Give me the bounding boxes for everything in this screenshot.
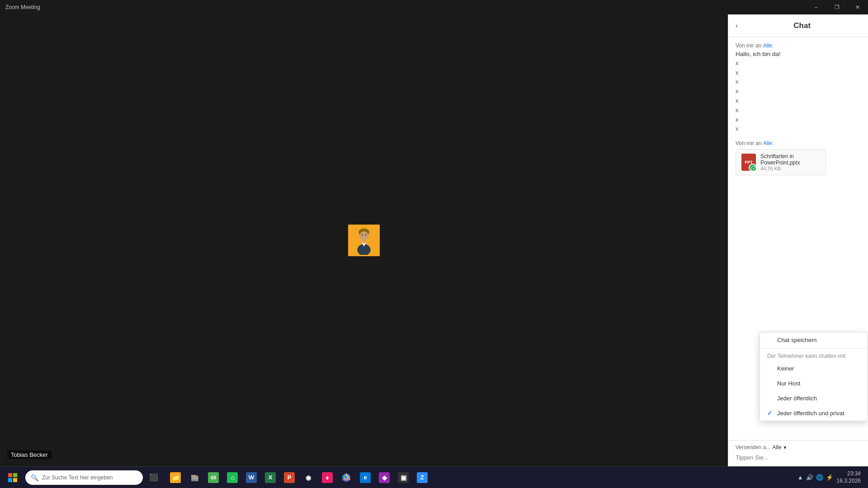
message-sender-1: Von mir an Alle:: [736, 42, 861, 49]
chrome-icon: [341, 472, 352, 483]
menu-item-jeder-oeffentlich-privat[interactable]: ✓ Jeder öffentlich und privat: [760, 406, 868, 421]
store-icon: 🏬: [189, 472, 200, 483]
taskbar-app-excel[interactable]: X: [261, 469, 279, 487]
taskbar-app-misc2[interactable]: ♦: [318, 469, 336, 487]
system-tray: ▲ 🔊 🌐 ⚡: [797, 474, 833, 481]
menu-label-jeder-oeffentlich-privat: Jeder öffentlich und privat: [777, 410, 844, 417]
sender-name-2: Alle:: [763, 140, 774, 146]
menu-label-keiner: Keiner: [777, 365, 794, 372]
restore-button[interactable]: ❐: [826, 0, 847, 14]
menu-item-jeder-oeffentlich[interactable]: Jeder öffentlich: [760, 391, 868, 406]
svg-rect-13: [8, 478, 12, 482]
checkmark-jeder-oeffentlich-privat: ✓: [767, 410, 774, 417]
svg-rect-11: [8, 473, 12, 477]
menu-label-nur-host: Nur Host: [777, 380, 800, 387]
clock-date: 16.3.2026: [837, 478, 861, 485]
taskbar-app-zoom[interactable]: Z: [413, 469, 431, 487]
menu-item-nur-host[interactable]: Nur Host: [760, 376, 868, 391]
misc1-icon: ◉: [303, 472, 314, 483]
message-group-2: Von mir an Alle: PPT ✓ Schriftarten in P…: [736, 140, 861, 175]
close-button[interactable]: ✕: [847, 0, 868, 14]
file-size: 44,76 KB: [760, 166, 820, 171]
app69-icon: 69: [208, 472, 219, 483]
taskbar-search-icon: 🔍: [31, 474, 38, 481]
taskbar-app-edge[interactable]: e: [356, 469, 374, 487]
svg-rect-12: [13, 473, 17, 477]
explorer-icon: 📁: [170, 472, 181, 483]
message-sender-2: Von mir an Alle:: [736, 140, 861, 146]
menu-label-save-chat: Chat speichern: [777, 337, 816, 343]
svg-point-8: [360, 231, 368, 240]
chat-back-button[interactable]: ‹: [736, 22, 738, 30]
misc2-icon: ♦: [322, 472, 333, 483]
svg-point-9: [362, 235, 363, 236]
send-to-chevron-icon: ▼: [783, 445, 787, 450]
edge-icon: e: [360, 472, 371, 483]
video-area: Tobias Becker: [0, 14, 728, 466]
taskbar-clock[interactable]: 23:34 16.3.2026: [837, 470, 861, 484]
menu-section-label: Der Teilnehmer kann chatten mit:: [760, 350, 868, 361]
misc4-icon: ▣: [398, 472, 409, 483]
send-to-row: Versenden a... Alle ▼: [736, 444, 861, 450]
menu-item-save-chat[interactable]: Chat speichern: [760, 333, 868, 347]
taskbar-app-misc3[interactable]: ◆: [375, 469, 393, 487]
chat-panel: ‹ Chat Von mir an Alle: Hallo, ich bin d…: [728, 14, 868, 466]
misc3-icon: ◆: [379, 472, 390, 483]
task-view-button[interactable]: ⬛: [145, 469, 163, 487]
file-icon: PPT ✓: [741, 154, 756, 171]
participant-avatar: [348, 225, 380, 256]
taskbar-app-chrome[interactable]: [337, 469, 355, 487]
sender-name-1: Alle:: [763, 42, 774, 49]
context-menu: Chat speichern Der Teilnehmer kann chatt…: [760, 332, 868, 421]
tray-sound-icon[interactable]: 🔊: [806, 474, 813, 481]
window-controls: − ❐ ✕: [806, 0, 868, 14]
title-bar-title: Zoom Meeting: [5, 4, 40, 10]
taskbar: 🔍 Zur Suche Text hier eingeben ⬛ 📁 🏬 69 …: [0, 466, 868, 488]
taskbar-app-spotify[interactable]: ♫: [223, 469, 241, 487]
tray-network-icon[interactable]: 🌐: [816, 474, 823, 481]
svg-point-17: [345, 476, 348, 479]
tray-battery-icon[interactable]: ⚡: [826, 474, 833, 481]
minimize-button[interactable]: −: [806, 0, 826, 14]
chat-title: Chat: [743, 21, 861, 30]
message-input[interactable]: [736, 452, 861, 463]
taskbar-search-bar[interactable]: 🔍 Zur Suche Text hier eingeben: [25, 470, 143, 485]
taskbar-app-powerpoint[interactable]: P: [280, 469, 298, 487]
taskbar-search-placeholder: Zur Suche Text hier eingeben: [42, 474, 113, 481]
message-extras-1: xxxxxxxx: [736, 59, 861, 134]
start-button[interactable]: [4, 469, 22, 487]
excel-icon: X: [265, 472, 276, 483]
avatar-image: [349, 225, 378, 256]
tray-expand-icon[interactable]: ▲: [797, 474, 803, 481]
file-attachment[interactable]: PPT ✓ Schriftarten in PowerPoint.pptx 44…: [736, 149, 826, 175]
main-content: Tobias Becker ‹ Chat Von mir an Alle: Ha…: [0, 14, 868, 466]
taskbar-start: 🔍 Zur Suche Text hier eingeben ⬛: [4, 469, 163, 487]
taskbar-app-explorer[interactable]: 📁: [166, 469, 184, 487]
file-info: Schriftarten in PowerPoint.pptx 44,76 KB: [760, 153, 820, 171]
taskbar-app-store[interactable]: 🏬: [185, 469, 203, 487]
file-check-icon: ✓: [751, 166, 756, 171]
zoom-icon: Z: [417, 472, 428, 483]
svg-point-10: [365, 235, 366, 236]
send-to-value[interactable]: Alle ▼: [772, 444, 787, 450]
taskbar-app-69[interactable]: 69: [204, 469, 222, 487]
chat-footer: Versenden a... Alle ▼: [728, 440, 868, 466]
spotify-icon: ♫: [227, 472, 238, 483]
file-name: Schriftarten in PowerPoint.pptx: [760, 153, 820, 166]
title-bar: Zoom Meeting − ❐ ✕: [0, 0, 868, 14]
menu-label-jeder-oeffentlich: Jeder öffentlich: [777, 395, 817, 402]
taskbar-app-misc4[interactable]: ▣: [394, 469, 412, 487]
chat-header: ‹ Chat: [728, 14, 868, 37]
taskbar-app-word[interactable]: W: [242, 469, 260, 487]
participant-name-label: Tobias Becker: [7, 450, 52, 459]
menu-item-keiner[interactable]: Keiner: [760, 361, 868, 376]
send-to-label: Versenden a...: [736, 444, 770, 450]
message-text-1: Hallo, ich bin da!: [736, 50, 861, 59]
menu-divider: [760, 348, 868, 349]
message-group-1: Von mir an Alle: Hallo, ich bin da! xxxx…: [736, 42, 861, 134]
taskbar-tray-area: ▲ 🔊 🌐 ⚡ 23:34 16.3.2026: [797, 470, 864, 484]
taskbar-app-misc1[interactable]: ◉: [299, 469, 317, 487]
task-view-icon: ⬛: [149, 473, 158, 482]
svg-rect-14: [13, 478, 17, 482]
powerpoint-icon: P: [284, 472, 295, 483]
